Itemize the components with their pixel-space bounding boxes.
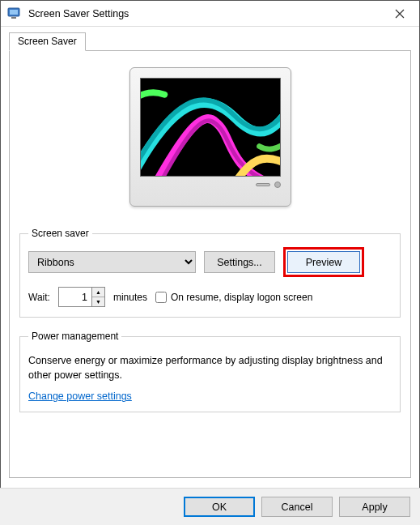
preview-area (19, 67, 401, 207)
window-title: Screen Saver Settings (28, 8, 382, 19)
screensaver-select[interactable]: Ribbons (28, 251, 196, 273)
titlebar: Screen Saver Settings (1, 1, 419, 27)
content-area: Screen Saver (1, 27, 419, 478)
wait-spin-up[interactable]: ▲ (92, 288, 104, 297)
resume-checkbox-label[interactable]: On resume, display logon screen (155, 292, 312, 303)
preview-button[interactable]: Preview (287, 251, 360, 273)
tabbar: Screen Saver (9, 32, 411, 50)
screen-preview (140, 78, 281, 177)
resume-text: On resume, display logon screen (171, 292, 312, 303)
footer: OK Cancel Apply (0, 488, 420, 525)
change-power-link[interactable]: Change power settings (28, 391, 132, 402)
wait-spin-down[interactable]: ▼ (92, 297, 104, 306)
wait-label: Wait: (28, 292, 50, 303)
monitor-button-icon (274, 181, 281, 188)
ok-button[interactable]: OK (184, 497, 255, 517)
svg-rect-1 (10, 10, 18, 15)
power-legend: Power management (28, 331, 121, 342)
monitor-slot-icon (256, 183, 270, 186)
preview-highlight: Preview (283, 247, 364, 277)
power-text: Conserve energy or maximize performance … (28, 353, 392, 382)
app-icon (7, 6, 22, 21)
wait-stepper[interactable]: ▲ ▼ (58, 287, 105, 307)
screensaver-group: Screen saver Ribbons Settings... Preview… (19, 228, 401, 318)
wait-input[interactable] (59, 288, 91, 306)
resume-checkbox[interactable] (155, 292, 167, 303)
settings-button[interactable]: Settings... (204, 251, 275, 273)
monitor-graphic (129, 67, 291, 207)
svg-rect-2 (11, 17, 16, 19)
apply-button[interactable]: Apply (339, 497, 410, 517)
power-group: Power management Conserve energy or maxi… (19, 331, 401, 412)
tab-screen-saver[interactable]: Screen Saver (9, 32, 86, 51)
tabpanel: Screen saver Ribbons Settings... Preview… (9, 50, 411, 478)
screensaver-legend: Screen saver (28, 228, 92, 239)
cancel-button[interactable]: Cancel (261, 497, 333, 517)
close-button[interactable] (382, 2, 418, 26)
wait-unit: minutes (113, 292, 147, 303)
